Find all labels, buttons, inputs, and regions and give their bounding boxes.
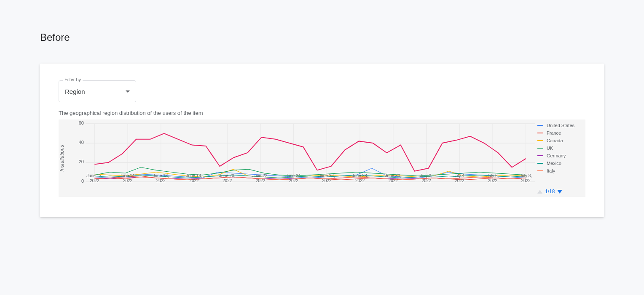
x-tick: June 28,2022 xyxy=(352,173,368,183)
legend-swatch xyxy=(537,170,543,171)
legend: United StatesFranceCanadaUKGermanyMexico… xyxy=(535,120,585,197)
x-tick: June 24,2022 xyxy=(285,173,301,183)
legend-pager: 1/18 xyxy=(537,189,562,194)
x-tick: June 22,2022 xyxy=(252,173,268,183)
legend-item[interactable]: UK xyxy=(537,146,585,151)
x-axis-ticks: June 12,2022June 14,2022June 16,2022June… xyxy=(86,173,535,184)
legend-label: United States xyxy=(547,123,574,128)
x-tick: June 18,2022 xyxy=(186,173,202,183)
chart-area: Installations 0204060 June 12,2022June 1… xyxy=(59,120,585,197)
chart-plot: June 12,2022June 14,2022June 16,2022June… xyxy=(86,123,535,185)
x-tick: June 12,2022 xyxy=(86,173,102,183)
legend-item[interactable]: Mexico xyxy=(537,161,585,166)
legend-swatch xyxy=(537,133,543,133)
filter-by-field: Filter by Region xyxy=(59,80,136,102)
legend-swatch xyxy=(537,125,543,126)
legend-label: Italy xyxy=(547,168,555,173)
x-tick: July 2,2022 xyxy=(420,173,432,183)
y-tick: 0 xyxy=(81,178,84,183)
x-tick: July 4,2022 xyxy=(453,173,466,183)
chart-card: Filter by Region The geographical region… xyxy=(40,64,604,217)
filter-select[interactable]: Region xyxy=(59,80,136,102)
x-tick: June 16,2022 xyxy=(153,173,169,183)
x-tick: June 26,2022 xyxy=(319,173,335,183)
pager-next-icon[interactable] xyxy=(557,190,562,194)
legend-item[interactable]: Canada xyxy=(537,138,585,143)
legend-label: UK xyxy=(547,146,553,151)
legend-item[interactable]: France xyxy=(537,130,585,136)
legend-swatch xyxy=(537,148,543,149)
pager-text: 1/18 xyxy=(545,189,555,194)
x-tick: June 14,2022 xyxy=(120,173,136,183)
legend-item[interactable]: Italy xyxy=(537,168,585,173)
legend-label: Canada xyxy=(547,138,563,143)
pager-prev-icon[interactable] xyxy=(537,190,542,194)
x-tick: July 8,2022 xyxy=(520,173,532,183)
legend-label: Mexico xyxy=(547,161,561,166)
chart-description: The geographical region distribution of … xyxy=(59,110,585,116)
x-tick: June 30,2022 xyxy=(385,173,401,183)
legend-item[interactable]: Germany xyxy=(537,153,585,158)
legend-swatch xyxy=(537,140,543,141)
legend-swatch xyxy=(537,163,543,164)
y-tick: 40 xyxy=(79,140,84,145)
y-axis-ticks: 0204060 xyxy=(75,120,86,197)
x-tick: June 20,2022 xyxy=(219,173,235,183)
legend-label: France xyxy=(547,130,561,136)
y-axis-label: Installations xyxy=(59,145,65,171)
legend-item[interactable]: United States xyxy=(537,123,585,128)
legend-swatch xyxy=(537,155,543,156)
y-tick: 60 xyxy=(79,120,84,125)
y-tick: 20 xyxy=(79,159,84,164)
filter-label: Filter by xyxy=(63,77,83,82)
filter-value: Region xyxy=(65,88,85,95)
x-tick: July 6,2022 xyxy=(487,173,499,183)
legend-label: Germany xyxy=(547,153,566,158)
page-title: Before xyxy=(40,32,604,43)
chevron-down-icon xyxy=(126,90,130,93)
